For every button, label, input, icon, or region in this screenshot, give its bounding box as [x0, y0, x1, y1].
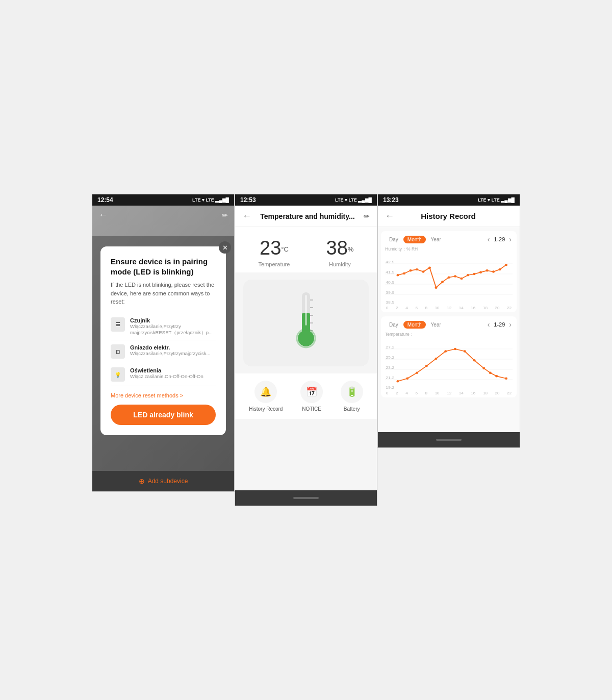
svg-point-54	[473, 359, 476, 361]
chart1-next-button[interactable]: ›	[508, 235, 513, 243]
device-name-2: Gniazdo elektr.	[130, 344, 210, 351]
screen2-time: 12:53	[240, 196, 256, 204]
svg-text:23.2: 23.2	[386, 365, 394, 369]
svg-point-25	[435, 286, 438, 288]
humidity-chart-area: 42.9 41.9 40.9 39.9 38.9	[385, 254, 513, 305]
temperature-value: 23°C	[259, 237, 290, 259]
screen1-bottom-bar: ⊕ Add subdevice	[92, 471, 234, 491]
chart2-next-button[interactable]: ›	[508, 320, 513, 329]
svg-point-20	[403, 272, 405, 274]
svg-text:27.2: 27.2	[386, 345, 394, 349]
screen3-bottom-handle	[436, 439, 462, 441]
svg-point-48	[416, 371, 418, 373]
screen2-title: Temperature and humidity...	[251, 212, 364, 220]
screen1-edit-icon[interactable]: ✏	[222, 211, 228, 219]
chart2-tab-day[interactable]: Day	[385, 321, 402, 329]
device-item-3: 💡 Oświetlenia Włącz zasilanie.On-Off-On-…	[111, 363, 216, 386]
svg-text:38.9: 38.9	[386, 300, 394, 304]
screen3-status-icons: LTE ▾ LTE ▂▄▆█	[478, 197, 515, 203]
svg-point-34	[492, 270, 495, 272]
modal-close-button[interactable]: ✕	[219, 241, 231, 254]
svg-point-29	[461, 278, 463, 280]
chart1-tab-month[interactable]: Month	[403, 236, 426, 243]
screen3-bottom-bar	[378, 432, 520, 447]
temperature-reading: 23°C Temperature	[259, 237, 290, 267]
chart1-prev-button[interactable]: ‹	[487, 235, 491, 243]
action-notice[interactable]: 📅 NOTICE	[300, 381, 323, 412]
svg-point-32	[479, 271, 482, 273]
temperature-chart-svg: 27.2 25.2 23.2 21.2 19.2	[385, 339, 513, 390]
chart1-tab-year[interactable]: Year	[427, 236, 445, 243]
chart2-tab-year[interactable]: Year	[427, 321, 445, 329]
device-desc-2: Włączzasilanie,Przytrzymajprzycisk...	[130, 351, 210, 357]
screen1-phone: 12:54 LTE ▾ LTE ▂▄▆█ ← ✏ ✕ Ensure device…	[92, 194, 235, 492]
chart1-y-label: Humidity：% RH	[385, 246, 513, 253]
svg-point-55	[482, 367, 485, 369]
temperature-chart-section: Day Month Year ‹ 1-29 › Temperature：	[381, 316, 517, 397]
action-history[interactable]: 🔔 History Record	[249, 381, 283, 412]
device-info-1: Czujnik Włączzasilanie,Przytrzy majprzyc…	[130, 317, 216, 336]
led-blink-button[interactable]: LED already blink	[111, 405, 216, 425]
svg-text:42.9: 42.9	[386, 260, 394, 264]
screen1-status-icons: LTE ▾ LTE ▂▄▆█	[192, 197, 229, 203]
device-desc-3: Włącz zasilanie.On-Off-On-Off-On	[130, 373, 203, 380]
chart1-range-nav: ‹ 1-29 ›	[487, 235, 513, 243]
more-methods-link[interactable]: More device reset methods >	[111, 392, 216, 398]
chart2-range-nav: ‹ 1-29 ›	[487, 320, 513, 329]
device-info-2: Gniazdo elektr. Włączzasilanie,Przytrzym…	[130, 344, 210, 357]
chart1-x-axis: 0246810121416182022	[385, 306, 513, 310]
notice-icon: 📅	[300, 381, 323, 403]
svg-point-35	[499, 268, 501, 270]
chart1-controls: Day Month Year ‹ 1-29 ›	[385, 235, 513, 243]
action-battery[interactable]: 🔋 Battery	[341, 381, 363, 412]
device-name-3: Oświetlenia	[130, 367, 203, 373]
chart2-prev-button[interactable]: ‹	[487, 320, 491, 329]
device-icon-2: ⊡	[111, 344, 125, 359]
svg-point-24	[428, 267, 431, 269]
chart1-range: 1-29	[494, 236, 505, 242]
svg-point-50	[435, 358, 438, 360]
screen3-back-button[interactable]: ←	[385, 211, 394, 221]
device-item-2: ⊡ Gniazdo elektr. Włączzasilanie,Przytrz…	[111, 340, 216, 363]
device-item-1: ☰ Czujnik Włączzasilanie,Przytrzy majprz…	[111, 313, 216, 341]
chart2-controls: Day Month Year ‹ 1-29 ›	[385, 320, 513, 329]
screen3-title: History Record	[394, 212, 502, 220]
svg-text:40.9: 40.9	[386, 280, 394, 284]
chart2-range: 1-29	[494, 321, 505, 328]
chart2-x-axis: 0246810121416182022	[385, 391, 513, 395]
svg-point-46	[397, 380, 399, 382]
modal-description: If the LED is not blinking, please reset…	[111, 281, 216, 306]
temperature-chart-area: 27.2 25.2 23.2 21.2 19.2	[385, 339, 513, 390]
svg-text:41.9: 41.9	[386, 270, 394, 274]
screen1-content: ← ✏ ✕ Ensure device is in pairing mode (…	[92, 206, 234, 471]
screen1-topbar: ← ✏	[92, 206, 234, 224]
screen2-back-button[interactable]: ←	[242, 211, 251, 221]
svg-text:39.9: 39.9	[386, 290, 394, 294]
modal-title: Ensure device is in pairing mode (LED is…	[111, 257, 216, 277]
svg-point-33	[486, 269, 489, 271]
bottom-handle	[293, 497, 319, 499]
svg-point-2	[298, 330, 314, 346]
screen2-header: ← Temperature and humidity... ✏	[235, 206, 377, 227]
screen2-edit-icon[interactable]: ✏	[364, 212, 370, 220]
device-name-1: Czujnik	[130, 317, 216, 323]
screen1-back-button[interactable]: ←	[98, 210, 108, 220]
screen3-time: 13:23	[383, 196, 399, 204]
chart2-tab-month[interactable]: Month	[403, 321, 426, 329]
svg-text:19.2: 19.2	[386, 385, 394, 389]
screen3-signal-icons: LTE ▾ LTE ▂▄▆█	[478, 197, 515, 203]
svg-point-26	[441, 281, 444, 283]
device-info-3: Oświetlenia Włącz zasilanie.On-Off-On-Of…	[130, 367, 203, 380]
svg-rect-3	[305, 295, 307, 326]
modal-overlay: ✕ Ensure device is in pairing mode (LED …	[92, 236, 234, 471]
svg-point-56	[489, 371, 492, 373]
svg-text:25.2: 25.2	[386, 355, 394, 359]
svg-point-31	[473, 273, 476, 275]
add-subdevice-label[interactable]: Add subdevice	[148, 478, 188, 485]
battery-icon: 🔋	[341, 381, 363, 403]
chart1-tab-day[interactable]: Day	[385, 236, 402, 243]
action-notice-label: NOTICE	[300, 406, 323, 412]
screen1-signal-icons: LTE ▾ LTE ▂▄▆█	[192, 197, 229, 203]
svg-point-28	[454, 275, 456, 277]
screen3-phone: 13:23 LTE ▾ LTE ▂▄▆█ ← History Record Da…	[377, 194, 520, 448]
